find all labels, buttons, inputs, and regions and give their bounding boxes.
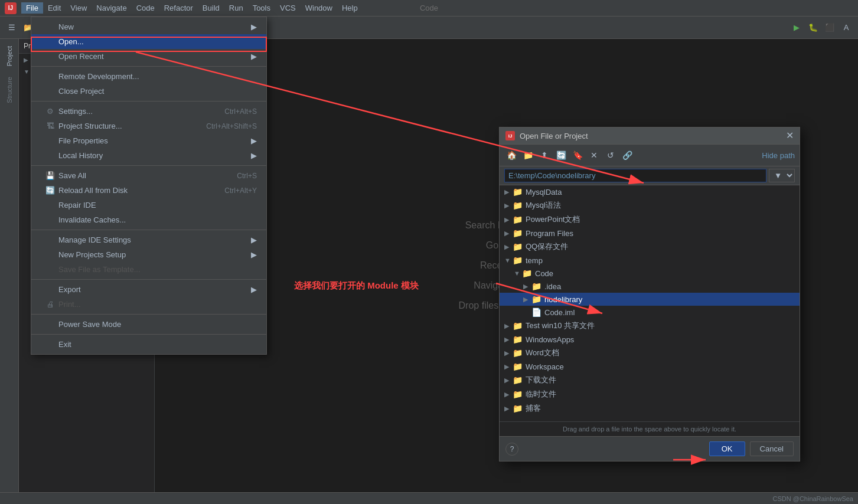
folder-icon: 📁 (513, 348, 523, 358)
tree-item-powerpoint[interactable]: ▶ 📁 PowerPoint文档 (500, 212, 800, 227)
annotation-text: 选择我们要打开的 Module 模块 (294, 280, 419, 292)
dialog-btn-up[interactable]: ⬆ (537, 148, 552, 162)
tree-arrow: ▼ (514, 270, 522, 277)
tree-arrow: ▶ (504, 188, 513, 196)
tree-item-capture[interactable]: ▶ 📁 捕客 (500, 401, 800, 415)
folder-icon: 📁 (531, 282, 542, 291)
dialog-footer: ? OK Cancel (500, 436, 800, 461)
tree-arrow: ▶ (504, 405, 513, 413)
dialog-btn-remove[interactable]: ✕ (587, 148, 601, 162)
dialog-title-text: Open File or Project (520, 132, 588, 140)
dialog-btn-home[interactable]: 🏠 (504, 148, 518, 162)
hide-path-button[interactable]: Hide path (762, 151, 795, 160)
folder-icon: 📁 (513, 215, 523, 224)
open-file-dialog: IJ Open File or Project ✕ 🏠 📁 ⬆ 🔄 🔖 ✕ ↺ … (499, 127, 800, 462)
folder-icon: 📁 (513, 404, 523, 413)
dialog-footer-buttons: OK Cancel (709, 441, 794, 456)
tree-arrow: ▶ (504, 377, 513, 384)
tree-item-temp[interactable]: ▼ 📁 temp (500, 254, 800, 267)
dialog-logo: IJ (505, 131, 515, 140)
tree-arrow: ▶ (504, 322, 513, 330)
folder-icon: 📁 (513, 187, 523, 197)
folder-icon: 📁 (513, 201, 523, 210)
folder-icon: 📁 (513, 335, 523, 344)
tree-arrow: ▶ (523, 296, 531, 303)
dialog-file-tree[interactable]: ▶ 📁 MysqlData ▶ 📁 Mysql语法 ▶ 📁 PowerPoint… (500, 185, 800, 421)
tree-arrow: ▶ (504, 216, 513, 224)
folder-icon: 📁 (513, 321, 523, 330)
tree-item-downloads[interactable]: ▶ 📁 下载文件 (500, 373, 800, 387)
folder-icon: 📁 (513, 362, 523, 371)
tree-arrow: ▶ (504, 349, 513, 357)
tree-item-mysql-zh[interactable]: ▶ 📁 Mysql语法 (500, 198, 800, 212)
folder-icon: 📁 (513, 228, 523, 238)
dialog-path-dropdown[interactable]: ▼ (769, 169, 795, 182)
tree-item-test-win10[interactable]: ▶ 📁 Test win10 共享文件 (500, 319, 800, 333)
tree-arrow: ▶ (504, 243, 513, 251)
dialog-btn-add-bookmark[interactable]: 🔖 (570, 148, 585, 162)
tree-item-code[interactable]: ▼ 📁 Code (500, 267, 800, 280)
tree-item-temp-files[interactable]: ▶ 📁 临时文件 (500, 387, 800, 401)
tree-item-idea[interactable]: ▶ 📁 .idea (500, 280, 800, 293)
dialog-title-left: IJ Open File or Project (505, 131, 588, 140)
tree-item-program-files[interactable]: ▶ 📁 Program Files (500, 227, 800, 240)
tree-item-qq[interactable]: ▶ 📁 QQ保存文件 (500, 240, 800, 254)
tree-arrow: ▶ (504, 202, 513, 210)
tree-arrow: ▶ (523, 283, 531, 290)
folder-icon: 📁 (513, 256, 523, 265)
folder-icon: 📁 (531, 294, 542, 304)
dialog-path-row: ▼ (500, 166, 800, 185)
dialog-toolbar-left: 🏠 📁 ⬆ 🔄 🔖 ✕ ↺ 🔗 (504, 148, 634, 162)
tree-arrow: ▶ (504, 363, 513, 371)
dialog-ok-button[interactable]: OK (709, 441, 745, 456)
tree-arrow: ▶ (504, 336, 513, 343)
tree-item-nodelibrary[interactable]: ▶ 📁 nodelibrary (500, 293, 800, 306)
dialog-btn-refresh2[interactable]: ↺ (603, 148, 618, 162)
tree-item-mysqldata[interactable]: ▶ 📁 MysqlData (500, 185, 800, 198)
tree-item-word[interactable]: ▶ 📁 Word文档 (500, 346, 800, 360)
tree-item-workspace[interactable]: ▶ 📁 Workspace (500, 360, 800, 373)
dialog-help-button[interactable]: ? (505, 443, 518, 456)
dialog-btn-refresh1[interactable]: 🔄 (554, 148, 568, 162)
tree-item-windowsapps[interactable]: ▶ 📁 WindowsApps (500, 333, 800, 346)
dialog-toolbar: 🏠 📁 ⬆ 🔄 🔖 ✕ ↺ 🔗 Hide path (500, 145, 800, 166)
dialog-overlay: IJ Open File or Project ✕ 🏠 📁 ⬆ 🔄 🔖 ✕ ↺ … (0, 0, 858, 504)
tree-arrow: ▶ (504, 230, 513, 237)
dialog-drop-hint: Drag and drop a file into the space abov… (500, 421, 800, 436)
folder-icon: 📁 (522, 269, 533, 278)
dialog-btn-link[interactable]: 🔗 (620, 148, 634, 162)
dialog-path-input[interactable] (504, 169, 766, 182)
dialog-btn-new-folder[interactable]: 📁 (521, 148, 535, 162)
dialog-close-button[interactable]: ✕ (786, 131, 794, 140)
file-icon: 📄 (531, 307, 542, 317)
tree-item-code-iml[interactable]: ▶ 📄 Code.iml (500, 306, 800, 319)
tree-arrow: ▼ (504, 257, 513, 264)
tree-arrow: ▶ (504, 391, 513, 398)
folder-icon: 📁 (513, 375, 523, 385)
folder-icon: 📁 (513, 242, 523, 251)
dialog-titlebar: IJ Open File or Project ✕ (500, 127, 800, 145)
folder-icon: 📁 (513, 390, 523, 399)
dialog-cancel-button[interactable]: Cancel (750, 441, 794, 456)
